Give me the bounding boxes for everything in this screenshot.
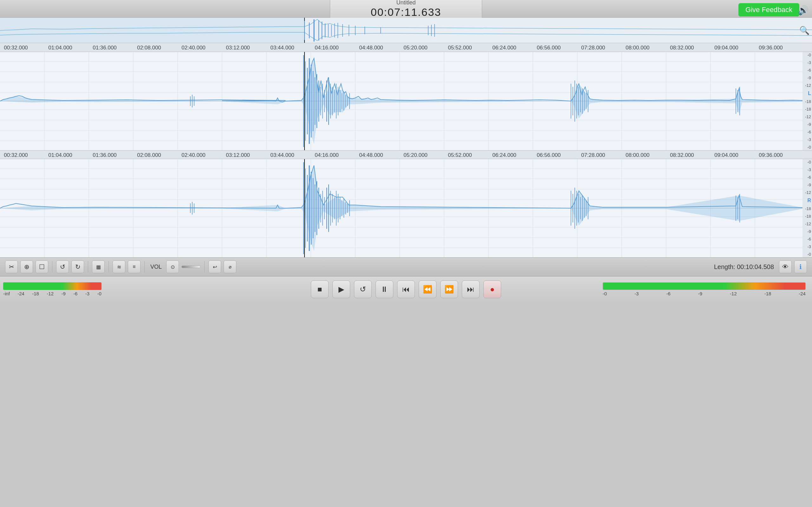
toolbar-separator-3	[108, 261, 109, 273]
redo-button[interactable]: ↻	[71, 261, 84, 273]
svg-text:07:28.000: 07:28.000	[581, 152, 605, 158]
draw-tool-button[interactable]: ≡	[128, 261, 141, 273]
eye-button[interactable]: 👁	[779, 261, 792, 273]
channel-label-L: L	[808, 91, 811, 96]
svg-text:09:36.000: 09:36.000	[759, 45, 783, 51]
rm-18: -18	[764, 291, 771, 296]
right-channel-section: -0 -3 -6 -9 -12 R -18 -18 -12 -9 -6 -3 -…	[0, 159, 812, 257]
left-waveform-svg	[0, 52, 803, 150]
vol-label-18: -18	[32, 291, 39, 296]
pause-icon: ⏸	[380, 285, 388, 294]
db-9b: -9	[807, 122, 811, 127]
edit-toolbar: ✂ ⊕ ☐ ↺ ↻ ▦ ≋ ≡ VOL ⊙ ↩ ⌀ Length: 00:10:…	[0, 257, 812, 276]
pause-button[interactable]: ⏸	[375, 280, 393, 298]
svg-text:01:04.000: 01:04.000	[48, 152, 72, 158]
vol-meter-fill-left	[3, 282, 33, 290]
svg-text:09:04.000: 09:04.000	[714, 45, 739, 51]
give-feedback-button[interactable]: Give Feedback	[739, 3, 799, 16]
left-channel-section: -0 -3 -6 -9 -12 L -18 -18 -12 -9 -6 -3 -…	[0, 52, 812, 150]
db-0-top: -0	[807, 53, 811, 57]
toolbar-separator-2	[88, 261, 88, 273]
svg-text:06:24.000: 06:24.000	[492, 45, 516, 51]
paste-button[interactable]: ☐	[36, 261, 48, 273]
rdb-18b: -18	[805, 214, 811, 219]
timeline-ticks-svg: 00:32.000 01:04.000 01:36.000 02:08.000 …	[0, 43, 803, 52]
forward-icon: ⏩	[444, 285, 454, 294]
length-label: Length: 00:10:04.508	[714, 263, 774, 270]
rm-3: -3	[635, 291, 639, 296]
vol-label-minf: -inf	[3, 291, 10, 296]
svg-text:01:36.000: 01:36.000	[93, 152, 117, 158]
left-volume-meter: -inf -24 -18 -12 -9 -6 -3 -0	[0, 277, 114, 302]
cut-button[interactable]: ✂	[5, 261, 18, 273]
copy-button[interactable]: ⊕	[20, 261, 33, 273]
vol-label-24: -24	[17, 291, 24, 296]
svg-text:01:36.000: 01:36.000	[93, 45, 117, 51]
toolbar-separator-5	[204, 261, 205, 273]
svg-text:06:24.000: 06:24.000	[492, 152, 516, 158]
svg-text:06:56.000: 06:56.000	[537, 45, 561, 51]
right-meter-bar	[603, 282, 806, 290]
title-display: Untitled 00:07:11.633	[330, 0, 482, 20]
db-9: -9	[807, 75, 811, 80]
info-button[interactable]: ℹ	[794, 261, 807, 273]
svg-text:09:04.000: 09:04.000	[714, 152, 739, 158]
vol-slider[interactable]	[182, 266, 200, 268]
auto-duck-button[interactable]: ⌀	[223, 261, 236, 273]
timeline-ticks-middle-svg: 00:32.000 01:04.000 01:36.000 02:08.000 …	[0, 151, 803, 159]
play-button[interactable]: ▶	[333, 280, 350, 298]
left-channel-playhead	[304, 52, 305, 150]
vol-meter-bar-left	[3, 282, 101, 290]
loop-tool-button[interactable]: ↩	[208, 261, 221, 273]
top-bar: Untitled 00:07:11.633 Give Feedback 🔊	[0, 0, 812, 18]
stop-button[interactable]: ■	[311, 280, 328, 298]
volume-icon: 🔊	[798, 5, 809, 15]
skip-end-icon: ⏭	[467, 285, 474, 294]
timeline-ruler-middle: 00:32.000 01:04.000 01:36.000 02:08.000 …	[0, 150, 812, 159]
svg-text:04:48.000: 04:48.000	[359, 45, 383, 51]
skip-start-button[interactable]: ⏮	[397, 280, 415, 298]
svg-text:09:36.000: 09:36.000	[759, 152, 783, 158]
svg-text:03:44.000: 03:44.000	[270, 152, 294, 158]
svg-text:08:00.000: 08:00.000	[625, 152, 650, 158]
search-icon[interactable]: 🔍	[799, 25, 809, 35]
skip-end-button[interactable]: ⏭	[462, 280, 479, 298]
rdb-9b: -9	[807, 229, 811, 234]
vol-label-12: -12	[47, 291, 54, 296]
svg-text:08:00.000: 08:00.000	[625, 45, 650, 51]
svg-text:08:32.000: 08:32.000	[670, 152, 694, 158]
rdb-3: -3	[807, 167, 811, 172]
stop-icon: ■	[317, 285, 322, 294]
amplitude-scale-button[interactable]: ≋	[113, 261, 125, 273]
skip-start-icon: ⏮	[402, 285, 410, 294]
db-6b: -6	[807, 130, 811, 134]
rdb-12: -12	[805, 190, 811, 195]
vol-label-0: -0	[97, 291, 101, 296]
zoom-in-button[interactable]: ▦	[92, 261, 105, 273]
rdb-0-top: -0	[807, 160, 811, 164]
rm-0: -0	[603, 291, 607, 296]
rewind-button[interactable]: ⏪	[419, 280, 437, 298]
rdb-12b: -12	[805, 222, 811, 226]
toolbar-separator-1	[52, 261, 52, 273]
svg-text:07:28.000: 07:28.000	[581, 45, 605, 51]
undo-button[interactable]: ↺	[56, 261, 69, 273]
svg-text:06:56.000: 06:56.000	[537, 152, 561, 158]
svg-text:02:40.000: 02:40.000	[182, 45, 206, 51]
vol-label-6: -6	[73, 291, 78, 296]
record-button[interactable]: ●	[484, 280, 501, 298]
time-display: 00:07:11.633	[343, 6, 469, 18]
svg-text:03:44.000: 03:44.000	[270, 45, 294, 51]
db-6: -6	[807, 68, 811, 72]
forward-button[interactable]: ⏩	[440, 280, 458, 298]
svg-text:08:32.000: 08:32.000	[670, 45, 694, 51]
vol-knob-button[interactable]: ⊙	[166, 261, 179, 273]
svg-text:03:12.000: 03:12.000	[226, 152, 250, 158]
playback-bar: -inf -24 -18 -12 -9 -6 -3 -0 ■ ▶ ↺ ⏸ ⏮ ⏪…	[0, 276, 812, 302]
loop-button[interactable]: ↺	[354, 280, 372, 298]
rdb-6b: -6	[807, 237, 811, 241]
left-db-scale: -0 -3 -6 -9 -12 L -18 -18 -12 -9 -6 -3 -…	[803, 52, 812, 150]
db-12: -12	[805, 83, 811, 88]
vol-label-9: -9	[61, 291, 65, 296]
db-12b: -12	[805, 114, 811, 119]
